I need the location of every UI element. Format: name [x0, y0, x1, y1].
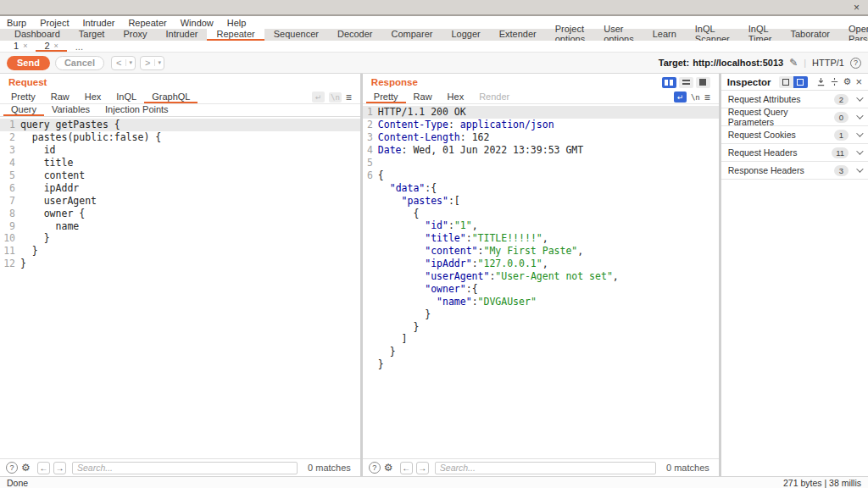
inspector-section-response-headers[interactable]: Response Headers3 — [721, 162, 868, 180]
search-prev-icon[interactable]: ← — [37, 462, 50, 474]
response-tab-render[interactable]: Render — [471, 91, 517, 103]
code-line[interactable]: } — [363, 308, 719, 320]
search-settings-icon[interactable]: ⚙ — [384, 462, 397, 474]
forward-arrow-icon[interactable]: > — [141, 58, 154, 68]
chevron-down-icon[interactable] — [856, 147, 863, 154]
search-next-icon[interactable]: → — [416, 462, 429, 474]
response-editor[interactable]: 1HTTP/1.1 200 OK2Content-Type: applicati… — [363, 104, 719, 458]
search-settings-icon[interactable]: ⚙ — [21, 462, 34, 474]
code-line[interactable]: "title":"TITLE!!!!!", — [363, 232, 719, 245]
code-line[interactable]: "ipAddr":"127.0.0.1", — [363, 258, 719, 270]
code-line[interactable]: 4 title — [0, 157, 360, 169]
edit-target-icon[interactable]: ✎ — [789, 57, 798, 69]
inspector-docked-view-icon[interactable] — [779, 76, 793, 88]
code-line[interactable]: 8 owner { — [0, 207, 360, 219]
code-line[interactable]: 12} — [0, 258, 360, 270]
graphql-subtab-injection-points[interactable]: Injection Points — [97, 104, 176, 116]
code-line[interactable]: 7 userAgent — [0, 194, 360, 207]
back-arrow-icon[interactable]: < — [112, 58, 125, 68]
repeater-tab-1[interactable]: 1× — [5, 41, 36, 52]
search-help-icon[interactable]: ? — [369, 462, 381, 474]
tab-intruder[interactable]: Intruder — [157, 29, 208, 41]
editor-menu-icon[interactable]: ≡ — [704, 92, 710, 103]
code-line[interactable]: 1HTTP/1.1 200 OK — [363, 106, 719, 119]
code-line[interactable]: } — [363, 358, 719, 371]
tab-comparer[interactable]: Comparer — [382, 29, 442, 41]
show-newlines-icon[interactable]: \n — [329, 92, 342, 103]
tab-openapi-parser[interactable]: OpenAPI Parser — [839, 29, 868, 41]
code-line[interactable]: { — [363, 207, 719, 219]
request-tab-pretty[interactable]: Pretty — [3, 91, 43, 103]
response-tab-pretty[interactable]: Pretty — [366, 91, 406, 103]
collapse-all-icon[interactable] — [816, 77, 826, 86]
menu-repeater[interactable]: Repeater — [128, 18, 166, 28]
code-line[interactable]: "owner":{ — [363, 282, 719, 295]
chevron-down-icon[interactable] — [856, 130, 863, 136]
repeater-tab-2[interactable]: 2× — [36, 41, 66, 52]
search-help-icon[interactable]: ? — [6, 462, 18, 474]
search-prev-icon[interactable]: ← — [400, 462, 413, 474]
request-editor[interactable]: 1query getPastes {2 pastes(public:false)… — [0, 117, 360, 458]
tab-extender[interactable]: Extender — [490, 29, 546, 41]
history-back-button[interactable]: < ▾ — [111, 56, 136, 70]
code-line[interactable]: 10 } — [0, 232, 360, 245]
code-line[interactable]: "id":"1", — [363, 219, 719, 232]
inspector-expanded-view-icon[interactable] — [793, 76, 808, 88]
tab-user-options[interactable]: User options — [594, 29, 643, 41]
graphql-subtab-variables[interactable]: Variables — [44, 104, 97, 116]
request-tab-raw[interactable]: Raw — [43, 91, 77, 103]
code-line[interactable]: 2Content-Type: application/json — [363, 119, 719, 131]
tab-taborator[interactable]: Taborator — [781, 29, 838, 41]
chevron-down-icon[interactable] — [856, 165, 863, 172]
code-line[interactable]: "name":"DVGAUser" — [363, 295, 719, 308]
show-newlines-icon[interactable]: \n — [691, 93, 700, 102]
request-tab-inql[interactable]: InQL — [108, 91, 144, 103]
tab-target[interactable]: Target — [70, 29, 114, 41]
close-tab-icon[interactable]: × — [54, 42, 58, 50]
http-version-select[interactable]: HTTP/1 — [812, 58, 844, 68]
window-close-icon[interactable]: × — [854, 3, 860, 13]
code-line[interactable]: ] — [363, 333, 719, 346]
code-line[interactable]: "userAgent":"User-Agent not set", — [363, 270, 719, 283]
inspector-close-icon[interactable]: × — [855, 75, 862, 88]
code-line[interactable]: 4Date: Wed, 01 Jun 2022 13:39:53 GMT — [363, 144, 719, 157]
code-line[interactable]: 2 pastes(public:false) { — [0, 131, 360, 144]
cancel-button[interactable]: Cancel — [55, 56, 104, 70]
tab-repeater[interactable]: Repeater — [207, 29, 264, 41]
inspector-section-request-query-parameters[interactable]: Request Query Parameters0 — [721, 108, 868, 126]
tab-learn[interactable]: Learn — [643, 29, 686, 41]
response-search-input[interactable] — [435, 462, 656, 474]
tab-project-options[interactable]: Project options — [546, 29, 594, 41]
menu-window[interactable]: Window — [181, 18, 214, 28]
inspector-settings-icon[interactable]: ⚙ — [843, 76, 852, 87]
layout-rows-icon[interactable] — [679, 77, 693, 88]
inspector-section-request-cookies[interactable]: Request Cookies1 — [721, 126, 868, 144]
code-line[interactable]: "content":"My First Paste", — [363, 245, 719, 258]
code-line[interactable]: 5 content — [0, 169, 360, 182]
layout-single-icon[interactable] — [696, 77, 710, 88]
inspector-section-request-attributes[interactable]: Request Attributes2 — [721, 91, 868, 108]
code-line[interactable]: 3Content-Length: 162 — [363, 131, 719, 144]
code-line[interactable]: 3 id — [0, 144, 360, 157]
code-line[interactable]: 6 ipAddr — [0, 181, 360, 194]
request-search-input[interactable] — [72, 462, 298, 474]
code-line[interactable]: 9 name — [0, 219, 360, 232]
tab-dashboard[interactable]: Dashboard — [5, 29, 70, 41]
layout-columns-icon[interactable] — [662, 77, 676, 88]
response-tab-hex[interactable]: Hex — [440, 91, 472, 103]
code-line[interactable]: 11 } — [0, 245, 360, 258]
wrap-lines-icon[interactable]: ↵ — [674, 92, 687, 103]
history-forward-button[interactable]: > ▾ — [140, 56, 164, 70]
code-line[interactable]: 1query getPastes { — [0, 119, 360, 131]
editor-menu-icon[interactable]: ≡ — [346, 92, 352, 103]
tab-inql-scanner[interactable]: InQL Scanner — [686, 29, 739, 41]
more-tabs-button[interactable]: ... — [67, 41, 92, 52]
wrap-lines-icon[interactable]: ↵ — [312, 92, 325, 103]
code-line[interactable]: } — [363, 320, 719, 333]
menu-intruder[interactable]: Intruder — [83, 18, 115, 28]
inspector-section-request-headers[interactable]: Request Headers11 — [721, 144, 868, 162]
tab-sequencer[interactable]: Sequencer — [264, 29, 328, 41]
tab-logger[interactable]: Logger — [442, 29, 489, 41]
response-tab-raw[interactable]: Raw — [406, 91, 440, 103]
chevron-down-icon[interactable] — [856, 94, 863, 101]
